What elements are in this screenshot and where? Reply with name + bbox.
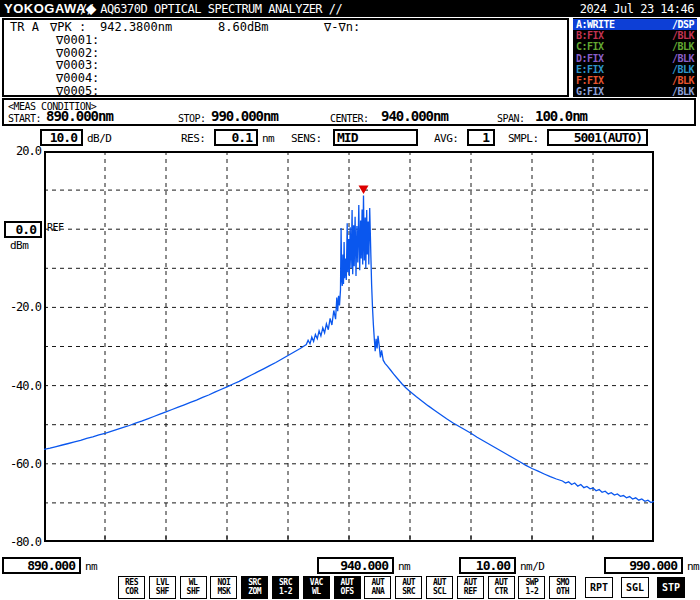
trace-mode-label: B:FIX bbox=[576, 30, 604, 41]
trace-mode-label: G:FIX bbox=[576, 86, 604, 97]
start-label: START: bbox=[8, 113, 41, 124]
level-scale-unit: dB/D bbox=[87, 132, 112, 145]
x-stop-field[interactable]: 990.000 bbox=[604, 557, 683, 574]
x-start-field[interactable]: 890.000 bbox=[2, 557, 81, 574]
trace-row-c[interactable]: C:FIX/BLK bbox=[573, 41, 697, 52]
trace-mode-label: A:WRITE bbox=[576, 19, 615, 30]
center-label: CENTER: bbox=[330, 113, 369, 124]
softkey-aut-ofs[interactable]: AUTOFS bbox=[334, 576, 361, 599]
stop-label: STOP: bbox=[178, 113, 206, 124]
trace-row-g[interactable]: G:FIX/BLK bbox=[573, 86, 697, 97]
marker-list: ∇0001:∇0002:∇0003:∇0004:∇0005: bbox=[4, 34, 567, 98]
datetime: 2024 Jul 23 14:46 bbox=[580, 2, 694, 16]
y-tick-neg80: -80.0 bbox=[0, 535, 41, 549]
softkey-aut-src[interactable]: AUTSRC bbox=[395, 576, 422, 599]
trace-state-panel: A:WRITE/DSPB:FIX/BLKC:FIX/BLKD:FIX/BLKE:… bbox=[572, 17, 698, 98]
peak-marker-label: ∇PK : bbox=[50, 21, 100, 34]
y-tick-neg20: -20.0 bbox=[0, 300, 41, 314]
softkey-toolbar: RESCORLVLSHFWLSHFNOIMSKSRCZOMSRC1-2VACWL… bbox=[0, 575, 700, 600]
peak-marker-row: TR A∇PK :942.3800nm8.60dBm∇-∇n: bbox=[4, 21, 567, 34]
trace-display-state: /BLK bbox=[672, 75, 694, 86]
trace-mode-label: C:FIX bbox=[576, 41, 604, 52]
softkey-aut-ctr[interactable]: AUTCTR bbox=[488, 576, 515, 599]
start-value: 890.000nm bbox=[46, 108, 113, 124]
span-value: 100.0nm bbox=[535, 108, 587, 124]
res-label: RES: bbox=[181, 132, 206, 145]
marker-row-1: ∇0001: bbox=[4, 34, 567, 47]
softkey-lvl-shf[interactable]: LVLSHF bbox=[149, 576, 176, 599]
softkey-src-zom[interactable]: SRCZOM bbox=[241, 576, 268, 599]
res-unit: nm bbox=[262, 132, 274, 145]
softkey-rpt[interactable]: RPT bbox=[585, 577, 613, 598]
trace-display-state: /BLK bbox=[672, 30, 694, 41]
trace-mode-label: D:FIX bbox=[576, 53, 604, 64]
y-tick-20: 20.0 bbox=[0, 144, 41, 158]
x-per-div-field[interactable]: 10.00 bbox=[459, 557, 516, 574]
x-center-field[interactable]: 940.000 bbox=[317, 557, 394, 574]
meas-condition-panel: <MEAS CONDITION> START: 890.000nm STOP: … bbox=[2, 98, 696, 126]
trace-label: TR A bbox=[4, 21, 50, 34]
softkey-stp[interactable]: STP bbox=[657, 577, 685, 598]
softkey-vac-wl[interactable]: VACWL bbox=[303, 576, 330, 599]
softkey-wl-shf[interactable]: WLSHF bbox=[180, 576, 207, 599]
softkey-swp-1-2[interactable]: SWP1-2 bbox=[518, 576, 545, 599]
softkey-aut-ref[interactable]: AUTREF bbox=[457, 576, 484, 599]
softkey-smo-oth[interactable]: SMOOTH bbox=[549, 576, 576, 599]
softkey-src-1-2[interactable]: SRC1-2 bbox=[272, 576, 299, 599]
stop-value: 990.000nm bbox=[211, 108, 278, 124]
ref-level-unit: dBm bbox=[10, 239, 28, 252]
trace-display-state: /BLK bbox=[672, 64, 694, 75]
y-tick-neg40: -40.0 bbox=[0, 379, 41, 393]
trace-display-state: /DSP bbox=[672, 19, 694, 30]
trace-display-state: /BLK bbox=[672, 86, 694, 97]
spectrum-plot bbox=[44, 151, 654, 542]
center-value: 940.000nm bbox=[381, 108, 448, 124]
title-bar: YOKOGAWA◆ // AQ6370D OPTICAL SPECTRUM AN… bbox=[0, 0, 700, 17]
trace-mode-label: E:FIX bbox=[576, 64, 604, 75]
app-title: // AQ6370D OPTICAL SPECTRUM ANALYZER // bbox=[80, 2, 342, 16]
trace-row-a[interactable]: A:WRITE/DSP bbox=[573, 19, 697, 30]
y-tick-neg60: -60.0 bbox=[0, 457, 41, 471]
x-start-unit: nm bbox=[85, 560, 97, 573]
level-scale-field[interactable]: 10.0 bbox=[40, 129, 83, 146]
trace-row-f[interactable]: F:FIX/BLK bbox=[573, 75, 697, 86]
x-per-div-unit: nm/D bbox=[520, 560, 545, 573]
avg-label: AVG: bbox=[434, 132, 459, 145]
softkey-aut-scl[interactable]: AUTSCL bbox=[426, 576, 453, 599]
softkey-sgl[interactable]: SGL bbox=[621, 577, 649, 598]
trace-display-state: /BLK bbox=[672, 53, 694, 64]
softkey-aut-ana[interactable]: AUTANA bbox=[364, 576, 391, 599]
sens-label: SENS: bbox=[291, 132, 322, 145]
trace-display-state: /BLK bbox=[672, 41, 694, 52]
ref-level-field[interactable]: 0.0 bbox=[4, 221, 42, 238]
avg-field[interactable]: 1 bbox=[467, 129, 495, 146]
sens-field[interactable]: MID bbox=[333, 129, 418, 146]
smpl-field[interactable]: 5001(AUTO) bbox=[547, 129, 648, 146]
x-stop-unit: nm bbox=[687, 560, 699, 573]
softkey-noi-msk[interactable]: NOIMSK bbox=[210, 576, 237, 599]
softkey-res-cor[interactable]: RESCOR bbox=[118, 576, 145, 599]
trace-row-e[interactable]: E:FIX/BLK bbox=[573, 64, 697, 75]
trace-row-b[interactable]: B:FIX/BLK bbox=[573, 30, 697, 41]
delta-marker-label: ∇-∇n: bbox=[324, 21, 360, 34]
osa-screen: { "titlebar": { "brand": "YOKOGAWA", "di… bbox=[0, 0, 700, 600]
trace-row-d[interactable]: D:FIX/BLK bbox=[573, 53, 697, 64]
res-field[interactable]: 0.1 bbox=[214, 129, 258, 146]
marker-info-panel: TR A∇PK :942.3800nm8.60dBm∇-∇n: ∇0001:∇0… bbox=[2, 18, 569, 97]
peak-wavelength-value: 942.3800nm bbox=[100, 21, 218, 34]
smpl-label: SMPL: bbox=[508, 132, 539, 145]
x-center-unit: nm bbox=[398, 560, 410, 573]
trace-mode-label: F:FIX bbox=[576, 75, 604, 86]
marker-row-5: ∇0005: bbox=[4, 85, 567, 98]
peak-level-value: 8.60dBm bbox=[218, 21, 324, 34]
span-label: SPAN: bbox=[497, 113, 525, 124]
